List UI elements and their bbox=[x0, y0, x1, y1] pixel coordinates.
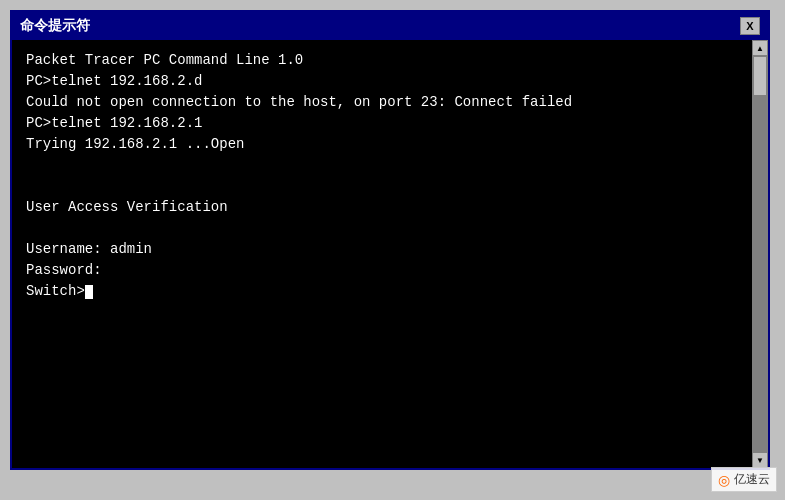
cmd-window: 命令提示符 X Packet Tracer PC Command Line 1.… bbox=[10, 10, 770, 470]
watermark-icon: ◎ bbox=[718, 472, 730, 488]
watermark: ◎ 亿速云 bbox=[711, 467, 777, 492]
window-controls: X bbox=[740, 17, 760, 35]
terminal-output: Packet Tracer PC Command Line 1.0 PC>tel… bbox=[26, 50, 748, 302]
window-title: 命令提示符 bbox=[20, 17, 90, 35]
title-bar: 命令提示符 X bbox=[12, 12, 768, 40]
scroll-down-button[interactable]: ▼ bbox=[752, 452, 768, 468]
scrollbar[interactable]: ▲ ▼ bbox=[752, 40, 768, 468]
cursor bbox=[85, 285, 93, 299]
scrollbar-thumb[interactable] bbox=[753, 56, 767, 96]
close-button[interactable]: X bbox=[740, 17, 760, 35]
scrollbar-track[interactable] bbox=[752, 56, 768, 452]
watermark-text: 亿速云 bbox=[734, 471, 770, 488]
terminal-body[interactable]: Packet Tracer PC Command Line 1.0 PC>tel… bbox=[12, 40, 768, 468]
scroll-up-button[interactable]: ▲ bbox=[752, 40, 768, 56]
